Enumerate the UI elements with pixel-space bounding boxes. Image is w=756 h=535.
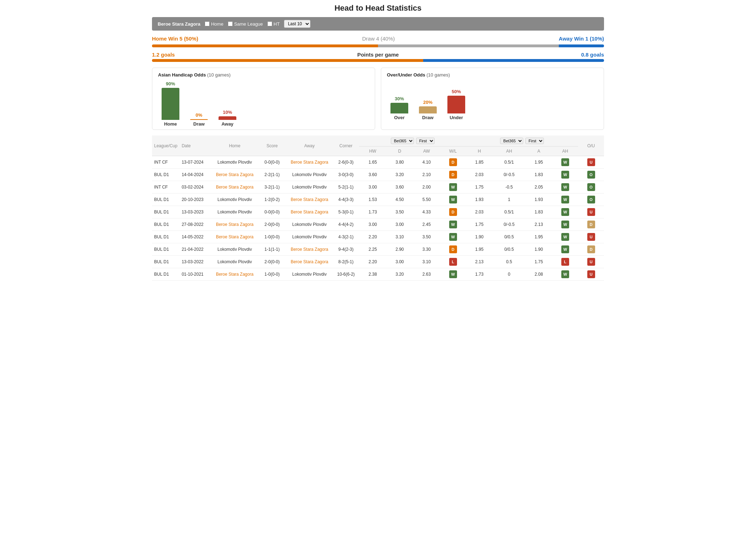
cell-hw: 2.20 [359,256,386,268]
cell-a: 2.05 [525,181,552,194]
cell-league: BUL D1 [152,231,179,243]
cell-corner: 4-4(4-2) [332,218,359,231]
cell-corner: 4-3(2-1) [332,231,359,243]
ou-draw-label: Draw [422,115,434,120]
ah-draw-label: Draw [193,121,205,127]
cell-hw: 1.73 [359,206,386,218]
cell-aw: 3.10 [413,256,440,268]
cell-corner: 8-2(5-1) [332,256,359,268]
badge-ah2: W [561,245,569,253]
ah-away-bar-item: 10% Away [219,110,236,127]
th-bet365-group2: Bet365 First [466,136,578,147]
cell-home: Beroe Stara Zagora [211,181,258,194]
badge-wl: D [449,171,457,179]
cell-wl: W [440,231,466,243]
badge-wl: W [449,196,457,203]
cell-h: 1.90 [466,231,493,243]
cell-league: BUL D1 [152,194,179,206]
ppg-left: 1.2 goals [152,52,175,58]
cell-hw: 3.60 [359,169,386,181]
away-win-label: Away Win 1 (10%) [559,36,604,42]
filter-home-checkbox[interactable] [205,21,210,26]
ah-draw-bar-item: 0% Draw [190,112,208,127]
bet365-select-2[interactable]: Bet365 [500,138,523,144]
badge-ou: U [587,208,595,216]
th-score: Score [258,136,286,156]
cell-h: 1.85 [466,156,493,169]
filter-same-league-label[interactable]: Same League [228,21,263,27]
cell-ou: U [578,268,604,281]
cell-ah2: W [552,194,578,206]
cell-hw: 3.00 [359,218,386,231]
cell-corner: 3-0(3-0) [332,169,359,181]
cell-ah2: L [552,256,578,268]
cell-aw: 3.50 [413,231,440,243]
cell-hw: 2.25 [359,243,386,256]
cell-h: 1.73 [466,268,493,281]
cell-ou: D [578,243,604,256]
first-select-1[interactable]: First [416,138,435,144]
away-win-bar [559,44,604,47]
cell-ah: 0.5/1 [493,156,525,169]
cell-score: 0-0(0-0) [258,206,286,218]
cell-home: Lokomotiv Plovdiv [211,256,258,268]
cell-league: BUL D1 [152,169,179,181]
cell-corner: 5-2(1-1) [332,181,359,194]
cell-corner: 9-4(2-3) [332,243,359,256]
cell-wl: D [440,156,466,169]
filter-bar: Beroe Stara Zagora Home Same League HT L… [152,17,604,31]
th-hw: HW [359,147,386,156]
cell-aw: 2.00 [413,181,440,194]
table-row: BUL D1 01-10-2021 Beroe Stara Zagora 1-0… [152,268,604,281]
cell-ou: D [578,218,604,231]
filter-ht-label[interactable]: HT [267,21,280,27]
cell-date: 14-04-2024 [179,169,211,181]
cell-corner: 10-6(6-2) [332,268,359,281]
cell-d: 4.50 [386,194,413,206]
badge-wl: W [449,183,457,191]
cell-ah: 0/0.5 [493,243,525,256]
cell-aw: 3.30 [413,243,440,256]
draw-label: Draw 4 (40%) [362,36,395,42]
cell-wl: W [440,268,466,281]
table-row: BUL D1 14-04-2024 Beroe Stara Zagora 2-2… [152,169,604,181]
cell-away: Lokomotiv Plovdiv [286,268,332,281]
cell-ah2: W [552,169,578,181]
cell-hw: 1.65 [359,156,386,169]
last-n-select[interactable]: Last 10 Last 5 Last 20 [284,20,310,28]
cell-away: Beroe Stara Zagora [286,194,332,206]
badge-wl: D [449,245,457,253]
th-ah2: AH [552,147,578,156]
cell-score: 1-0(0-0) [258,231,286,243]
cell-d: 3.00 [386,256,413,268]
filter-same-league-checkbox[interactable] [228,21,233,26]
filter-ht-checkbox[interactable] [267,21,272,26]
cell-wl: W [440,181,466,194]
cell-h: 1.93 [466,194,493,206]
cell-away: Beroe Stara Zagora [286,156,332,169]
ppg-section: 1.2 goals Points per game 0.8 goals [152,52,604,58]
cell-home: Lokomotiv Plovdiv [211,156,258,169]
cell-aw: 5.50 [413,194,440,206]
ou-under-label: Under [450,115,463,120]
cell-score: 2-2(1-1) [258,169,286,181]
cell-ou: U [578,156,604,169]
filter-home-label[interactable]: Home [205,21,224,27]
cell-home: Lokomotiv Plovdiv [211,243,258,256]
th-d: D [386,147,413,156]
badge-wl: D [449,158,457,166]
th-aw: AW [413,147,440,156]
first-select-2[interactable]: First [525,138,544,144]
table-row: BUL D1 20-10-2023 Lokomotiv Plovdiv 1-2(… [152,194,604,206]
cell-ah: -0.5 [493,181,525,194]
cell-score: 1-1(1-1) [258,243,286,256]
cell-d: 3.50 [386,206,413,218]
th-ah: AH [493,147,525,156]
cell-score: 3-2(1-1) [258,181,286,194]
cell-away: Beroe Stara Zagora [286,206,332,218]
asian-handicap-title: Asian Handicap Odds (10 games) [158,72,369,78]
bet365-select-1[interactable]: Bet365 [391,138,414,144]
cell-a: 1.83 [525,206,552,218]
cell-league: BUL D1 [152,218,179,231]
result-summary: Home Win 5 (50%) Draw 4 (40%) Away Win 1… [152,34,604,43]
